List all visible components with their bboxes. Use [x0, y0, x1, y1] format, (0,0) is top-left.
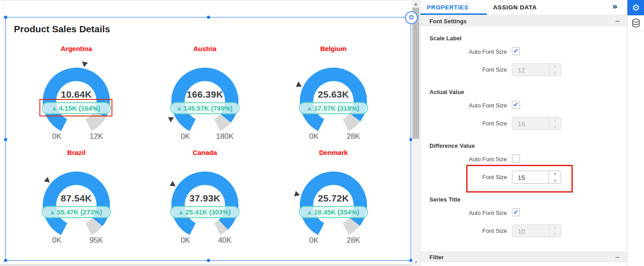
gauge-difference-pill: ▲18.45K (354%) [299, 206, 368, 218]
gauge-difference-value: 145.57K (799%) [184, 104, 232, 112]
group-title: Difference Value [429, 142, 475, 149]
auto-font-size-label: Auto Font Size [421, 102, 507, 109]
gauge-series-title: Belgium [269, 45, 398, 52]
target-marker-icon [296, 82, 303, 89]
gauge-scale-max: 28K [347, 236, 360, 245]
gauge-scale-max: 40K [218, 236, 232, 245]
gauge-series-title: Argentina [12, 45, 141, 52]
font-size-value: 12 [518, 66, 525, 74]
resize-handle-bottom-left[interactable] [4, 259, 7, 262]
gauge-scale-min: 0K [181, 132, 190, 141]
section-title: Font Settings [429, 18, 467, 25]
gauge-series-title: Denmark [269, 149, 398, 156]
group-title: Actual Value [429, 89, 464, 95]
gauge-scale-max: 180K [216, 132, 234, 141]
stepper-up-icon: ∧ [549, 225, 561, 230]
gauge-difference-value: 17.57K (318%) [314, 104, 359, 112]
font-size-input[interactable]: 16 ∧∨ [512, 117, 561, 130]
auto-font-size-checkbox[interactable]: ✔ [512, 208, 520, 216]
gauge-scale-min: 0K [309, 132, 319, 141]
stepper-down-icon: ∨ [549, 124, 561, 129]
font-size-input[interactable]: 10 ∧∨ [512, 224, 561, 237]
canvas-edge-line [3, 0, 4, 266]
gauge-scale-min: 0K [181, 236, 190, 245]
gauge-difference-pill: ▲55.47K (273%) [42, 206, 111, 218]
auto-font-size-label: Auto Font Size [421, 156, 507, 163]
gauge-series-title: Canada [141, 149, 269, 156]
stepper[interactable]: ∧∨ [549, 117, 561, 129]
dashboard-canvas[interactable]: Product Sales Details Argentina10.64K▲4.… [0, 0, 412, 266]
resize-handle-bottom-middle[interactable] [207, 259, 210, 262]
canvas-scrollbar[interactable]: ▲ ▼ [412, 0, 420, 266]
widget-title: Product Sales Details [14, 24, 110, 34]
increase-arrow-icon: ▲ [179, 209, 183, 215]
auto-font-size-label: Auto Font Size [421, 48, 507, 55]
app-root: Product Sales Details Argentina10.64K▲4.… [0, 0, 644, 266]
stepper-up-icon: ∧ [549, 118, 561, 122]
gauge-difference-pill: ▲17.57K (318%) [299, 102, 368, 114]
resize-handle-top-left[interactable] [4, 16, 7, 19]
gauge-tile-denmark[interactable]: Denmark25.72K▲18.45K (354%)0K28K [269, 145, 398, 249]
group-scale-label: Scale Label Auto Font Size ✔ Font Size 1… [421, 35, 627, 84]
data-source-icon[interactable] [627, 16, 644, 31]
group-title: Scale Label [429, 35, 462, 42]
gauge-tile-austria[interactable]: Austria166.39K▲145.57K (799%)0K180K [141, 41, 269, 145]
checkmark-icon: ✔ [514, 209, 519, 215]
resize-handle-left-middle[interactable] [4, 138, 7, 141]
panel-tab-bar: PROPERTIES ASSIGN DATA » [421, 0, 627, 15]
group-series-title: Series Title Auto Font Size ✔ Font Size … [421, 196, 627, 245]
gauge-actual-value: 37.93K [141, 193, 269, 204]
auto-font-size-checkbox[interactable]: ✔ [512, 154, 520, 163]
gauge-difference-value: 55.47K (273%) [57, 208, 102, 216]
scroll-down-icon[interactable]: ▼ [412, 258, 420, 266]
gauge-actual-value: 25.63K [269, 89, 398, 100]
collapse-section-icon[interactable]: − [615, 17, 620, 25]
resize-handle-top-middle[interactable] [207, 16, 210, 19]
gauge-series-title: Brazil [12, 149, 141, 156]
target-marker-icon [170, 181, 177, 189]
gauge-scale-min: 0K [52, 236, 62, 245]
section-header-font-settings[interactable]: Font Settings − [421, 16, 627, 26]
target-marker-icon [168, 115, 175, 122]
gauge-difference-value: 25.41K (303%) [185, 208, 231, 216]
collapse-section-icon[interactable]: − [615, 253, 620, 261]
gauge-scale-min: 0K [52, 132, 62, 141]
auto-font-size-label: Auto Font Size [421, 210, 507, 216]
auto-font-size-checkbox[interactable]: ✔ [512, 47, 520, 55]
properties-gear-icon[interactable]: ⚙ [627, 0, 644, 16]
properties-panel: PROPERTIES ASSIGN DATA » Font Settings −… [420, 0, 627, 266]
font-size-input[interactable]: 12 ∧∨ [512, 63, 561, 76]
stepper[interactable]: ∧∨ [549, 225, 561, 237]
section-header-filter[interactable]: Filter − [421, 252, 627, 262]
gauge-difference-pill: ▲145.57K (799%) [170, 102, 240, 114]
tab-assign-data[interactable]: ASSIGN DATA [487, 0, 550, 15]
gauge-actual-value: 87.54K [12, 193, 141, 204]
auto-font-size-checkbox[interactable]: ✔ [512, 101, 520, 109]
stepper-down-icon: ∨ [549, 71, 561, 75]
gauge-tile-canada[interactable]: Canada37.93K▲25.41K (303%)0K40K [141, 145, 269, 249]
highlight-box-font-size [466, 165, 573, 193]
gauge-difference-value: 18.45K (354%) [314, 208, 359, 216]
gauge-difference-pill: ▲25.41K (303%) [170, 206, 240, 218]
gauge-tile-brazil[interactable]: Brazil87.54K▲55.47K (273%)0K95K [12, 145, 141, 249]
increase-arrow-icon: ▲ [308, 209, 311, 215]
checkmark-icon: ✔ [514, 47, 519, 54]
gauge-tile-belgium[interactable]: Belgium25.63K▲17.57K (318%)0K28K [269, 41, 398, 145]
gauge-widget[interactable]: Product Sales Details Argentina10.64K▲4.… [5, 17, 411, 261]
gauge-grid: Argentina10.64K▲4.15K (164%)0K12KAustria… [12, 41, 398, 249]
font-size-label: Font Size [421, 120, 507, 127]
font-size-label: Font Size [421, 227, 507, 234]
gauge-series-title: Austria [141, 45, 269, 52]
scrollbar-thumb[interactable] [412, 8, 419, 139]
font-size-label: Font Size [421, 66, 507, 73]
target-marker-icon [44, 177, 52, 184]
scroll-up-icon[interactable]: ▲ [412, 0, 420, 8]
section-title: Filter [429, 254, 444, 261]
collapse-panel-icon[interactable]: » [612, 1, 618, 11]
increase-arrow-icon: ▲ [51, 209, 54, 215]
font-size-value: 10 [518, 227, 525, 235]
stepper[interactable]: ∧∨ [549, 64, 561, 76]
tab-properties[interactable]: PROPERTIES [421, 0, 487, 15]
gauge-tile-argentina[interactable]: Argentina10.64K▲4.15K (164%)0K12K [12, 41, 141, 145]
widget-settings-icon[interactable]: ⚙ [405, 11, 418, 24]
